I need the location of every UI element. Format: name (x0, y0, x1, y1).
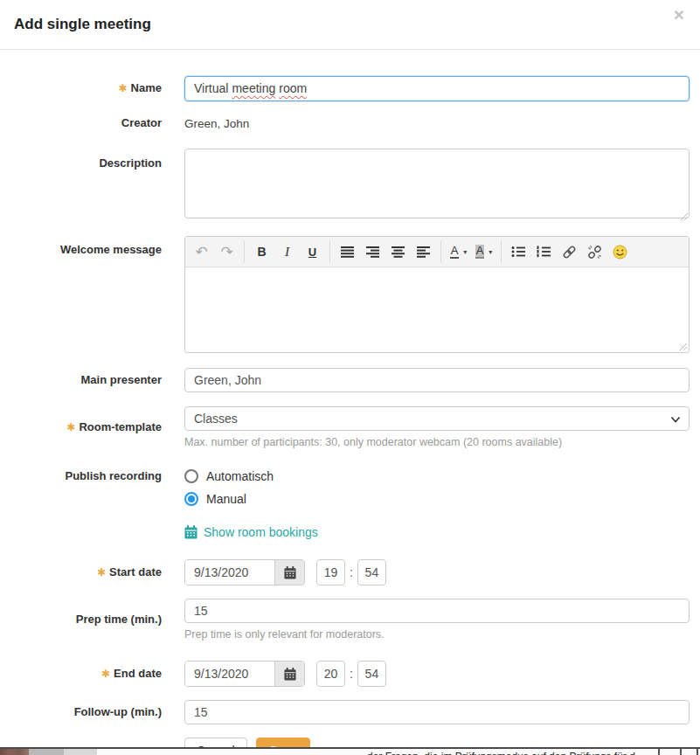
toolbar-divider (501, 240, 502, 263)
toolbar-divider (244, 240, 245, 263)
prep-time-label: Prep time (min.) (0, 613, 162, 627)
welcome-row: Welcome message ↶ ↷ B I U (0, 236, 690, 353)
prep-time-input[interactable] (184, 599, 690, 623)
start-minute-input[interactable] (357, 559, 386, 585)
name-label: ✱Name (0, 81, 162, 96)
emoticon-icon[interactable] (607, 239, 633, 265)
publish-recording-label: Publish recording (0, 468, 162, 484)
align-center-icon[interactable] (385, 239, 411, 265)
start-date-row: ✱Start date : (0, 559, 690, 585)
end-date-label: ✱End date (0, 667, 162, 682)
modal-title: Add single meeting (14, 16, 686, 33)
align-justify-icon[interactable] (335, 239, 360, 265)
room-template-value: Classes (194, 412, 238, 426)
follow-up-label: Follow-up (min.) (0, 705, 162, 720)
calendar-icon (284, 566, 296, 579)
room-template-help: Max. number of participants: 30, only mo… (184, 436, 690, 448)
redo-icon[interactable]: ↷ (214, 239, 239, 265)
name-row: ✱Name Virtualmeetingroom (0, 76, 690, 101)
creator-value: Green, John (184, 117, 249, 130)
bookings-link-row: Show room bookings (0, 525, 690, 543)
radio-manual[interactable]: Manual (184, 490, 690, 508)
toolbar-divider (440, 240, 441, 263)
name-input[interactable]: Virtualmeetingroom (184, 76, 690, 101)
italic-icon[interactable]: I (274, 239, 300, 265)
background-table-border (697, 749, 698, 755)
background-table-border (680, 749, 682, 755)
background-block (29, 749, 64, 755)
required-icon: ✱ (101, 668, 110, 680)
room-template-label: ✱Room-template (0, 420, 162, 435)
start-date-label: ✱Start date (0, 565, 162, 580)
radio-automatisch[interactable]: Automatisch (184, 468, 690, 485)
description-label: Description (0, 149, 162, 171)
welcome-label: Welcome message (0, 236, 162, 258)
time-separator: : (350, 667, 353, 681)
main-presenter-input[interactable] (184, 368, 690, 392)
meeting-form: ✱Name Virtualmeetingroom Creator Green, … (0, 50, 700, 747)
misspelled-word: room (279, 81, 307, 95)
close-icon[interactable]: × (670, 2, 688, 27)
align-right-icon[interactable] (360, 239, 385, 265)
background-page-strip: der Fragen, die im Prüfungsmodus auf den… (0, 747, 700, 755)
end-date-calendar-button[interactable] (274, 661, 304, 686)
publish-recording-row: Publish recording Automatisch Manual (0, 468, 690, 513)
background-block (64, 749, 97, 755)
prep-time-help: Prep time is only relevant for moderator… (184, 628, 690, 641)
underline-icon[interactable]: U (300, 239, 325, 265)
add-meeting-modal: Add single meeting × ✱Name Virtualmeetin… (0, 0, 700, 747)
required-icon: ✱ (66, 421, 75, 433)
toolbar-divider (329, 240, 330, 263)
undo-icon[interactable]: ↶ (189, 239, 214, 265)
end-minute-input[interactable] (357, 661, 386, 687)
numbered-list-icon[interactable] (531, 239, 557, 265)
creator-label: Creator (0, 116, 162, 131)
background-thumbnail-image (0, 749, 29, 755)
radio-checked-icon (184, 492, 198, 506)
actions-row: Cancel Save (0, 738, 690, 747)
editor-toolbar: ↶ ↷ B I U (185, 237, 689, 267)
bullet-list-icon[interactable] (506, 239, 531, 265)
calendar-icon (184, 525, 198, 539)
end-date-input[interactable] (185, 661, 274, 686)
room-template-select[interactable]: Classes (184, 406, 690, 431)
main-presenter-row: Main presenter (0, 368, 690, 392)
follow-up-input[interactable] (184, 700, 690, 724)
description-row: Description (0, 149, 690, 222)
follow-up-row: Follow-up (min.) (0, 700, 690, 724)
chevron-down-icon (670, 415, 681, 424)
required-icon: ✱ (97, 566, 106, 578)
link-icon[interactable] (557, 239, 582, 265)
end-date-row: ✱End date : (0, 661, 690, 687)
bold-icon[interactable]: B (249, 239, 274, 265)
description-textarea[interactable] (184, 149, 690, 218)
calendar-icon (284, 668, 296, 681)
radio-icon (184, 469, 198, 483)
creator-row: Creator Green, John (0, 115, 690, 131)
align-left-icon[interactable] (411, 239, 436, 265)
start-date-calendar-button[interactable] (274, 560, 304, 585)
text-color-icon[interactable]: A▾ (446, 239, 471, 265)
welcome-editor: ↶ ↷ B I U (184, 236, 690, 353)
room-template-row: ✱Room-template Classes Max. number of pa… (0, 406, 690, 448)
background-color-icon[interactable]: A▾ (471, 239, 496, 265)
save-button[interactable]: Save (256, 738, 310, 747)
main-presenter-label: Main presenter (0, 373, 162, 388)
unlink-icon[interactable] (582, 239, 607, 265)
prep-time-row: Prep time (min.) Prep time is only relev… (0, 599, 690, 641)
background-table-border (658, 749, 660, 755)
welcome-editor-body[interactable] (185, 267, 689, 352)
start-date-input[interactable] (185, 560, 274, 585)
required-icon: ✱ (119, 82, 128, 94)
misspelled-word: meeting (232, 81, 275, 95)
start-hour-input[interactable] (316, 559, 345, 585)
time-separator: : (350, 565, 353, 579)
resize-grip-icon[interactable] (678, 342, 687, 350)
end-hour-input[interactable] (316, 661, 345, 687)
show-room-bookings-link[interactable]: Show room bookings (184, 525, 318, 539)
cancel-button[interactable]: Cancel (184, 738, 247, 747)
modal-header: Add single meeting × (0, 0, 700, 50)
background-clipped-text: der Fragen, die im Prüfungsmodus auf den… (367, 751, 635, 755)
